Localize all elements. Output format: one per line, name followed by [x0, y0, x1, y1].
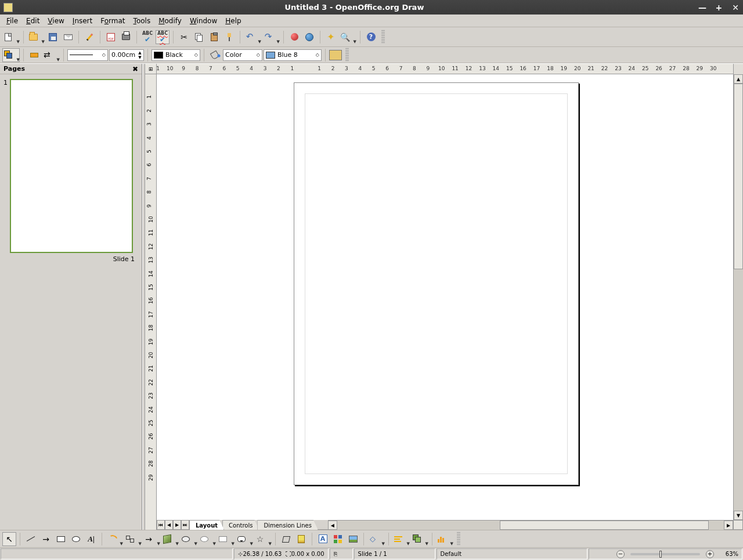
3d-objects-tool[interactable]: ▼ — [161, 532, 179, 546]
line-width-spinner[interactable]: 0.00cm — [109, 49, 144, 61]
copy-button[interactable] — [192, 30, 206, 44]
zoom-out-button[interactable]: − — [616, 550, 625, 558]
menu-window[interactable]: Window — [190, 17, 217, 25]
callouts-tool[interactable]: ☆▼ — [254, 532, 272, 546]
chart-button[interactable] — [287, 30, 301, 44]
select-tool[interactable]: ↖ — [2, 532, 16, 546]
basic-shapes-tool[interactable]: ▼ — [180, 532, 197, 546]
scroll-left-button[interactable]: ◀ — [328, 521, 337, 530]
gluepoints-tool[interactable] — [294, 532, 308, 546]
symbol-shapes-tool[interactable]: ▼ — [199, 532, 216, 546]
paste-button[interactable] — [207, 30, 221, 44]
rectangle-tool[interactable] — [54, 532, 68, 546]
pointy-icon — [30, 53, 38, 57]
line-tool[interactable] — [24, 532, 38, 546]
toolbar-grip-2[interactable] — [345, 48, 349, 62]
maximize-button[interactable]: + — [715, 3, 723, 12]
toolbar-grip[interactable] — [381, 30, 385, 44]
edit-file-button[interactable] — [82, 30, 96, 44]
zoom-in-button[interactable]: + — [706, 550, 714, 558]
ruler-corner[interactable]: ⊞ — [145, 64, 157, 74]
auto-spellcheck-button[interactable]: ABC✔ — [156, 30, 169, 44]
help-button[interactable]: ? — [364, 30, 378, 44]
scroll-up-button[interactable]: ▲ — [734, 74, 743, 84]
insert-picture-tool[interactable] — [346, 532, 360, 546]
menu-format[interactable]: Format — [100, 17, 125, 25]
open-button[interactable]: ▼ — [27, 30, 45, 44]
zoom-slider[interactable] — [630, 553, 700, 555]
zoom-value[interactable]: 63% — [716, 551, 738, 557]
cut-button[interactable]: ✂ — [177, 30, 191, 44]
vertical-scrollbar[interactable]: ▲ ▼ — [733, 74, 743, 520]
lines-arrows-tool[interactable]: →▼ — [143, 532, 160, 546]
ruler-vertical[interactable]: 1234567891011121314151617181920212223242… — [145, 74, 157, 520]
spellcheck-button[interactable]: ABC✔ — [140, 30, 154, 44]
tab-layout[interactable]: Layout — [189, 520, 224, 530]
prev-page-nav[interactable]: ◀ — [165, 520, 173, 530]
edit-points-tool[interactable] — [279, 532, 293, 546]
line-color-combo[interactable]: Black◇ — [152, 49, 200, 61]
ellipse-tool[interactable] — [69, 532, 83, 546]
close-button[interactable]: ✕ — [731, 3, 740, 12]
redo-button[interactable]: ↷▼ — [262, 30, 280, 44]
new-button[interactable]: ▼ — [2, 30, 20, 44]
first-page-nav[interactable]: ⏮ — [157, 520, 165, 530]
pages-panel: Pages ✖ 1 Slide 1 — [0, 64, 142, 530]
menu-edit[interactable]: Edit — [26, 17, 39, 25]
print-button[interactable] — [119, 30, 133, 44]
menu-modify[interactable]: Modify — [158, 17, 182, 25]
fill-color-combo[interactable]: Blue 8◇ — [264, 49, 322, 61]
undo-button[interactable]: ↶▼ — [244, 30, 261, 44]
export-pdf-button[interactable] — [104, 30, 118, 44]
save-button[interactable] — [46, 30, 60, 44]
effects-tool[interactable]: ▼ — [367, 532, 385, 546]
area-fill-button[interactable] — [208, 48, 222, 62]
from-file-tool[interactable] — [331, 532, 345, 546]
tab-dimension-lines[interactable]: Dimension Lines — [257, 520, 318, 530]
zoom-button[interactable]: 🔍▼ — [339, 30, 356, 44]
fontwork-tool[interactable]: A — [316, 532, 330, 546]
text-tool[interactable]: A| — [84, 532, 98, 546]
tab-controls[interactable]: Controls — [222, 520, 259, 530]
scroll-right-button[interactable]: ▶ — [724, 521, 733, 530]
email-button[interactable] — [61, 30, 75, 44]
position-tool[interactable]: ▼ — [411, 532, 428, 546]
block-arrows-tool[interactable]: ▼ — [217, 532, 235, 546]
connector-tool[interactable]: ▼ — [124, 532, 142, 546]
menu-help[interactable]: Help — [225, 17, 241, 25]
next-page-nav[interactable]: ▶ — [173, 520, 181, 530]
arrow-style-button[interactable]: ▼ — [42, 48, 60, 62]
flowcharts-tool[interactable]: ▼ — [236, 532, 253, 546]
insert-tool[interactable]: ▼ — [436, 532, 453, 546]
horizontal-scrollbar[interactable]: ◀ ▶ — [328, 520, 733, 530]
arrow-tool[interactable]: → — [39, 532, 53, 546]
scissors-icon: ✂ — [181, 33, 187, 41]
menu-file[interactable]: File — [6, 17, 18, 25]
ruler-horizontal[interactable]: 1110987654321123456789101112131415161718… — [157, 64, 733, 74]
navigator-button[interactable]: ✦ — [324, 30, 338, 44]
page-thumb-number: 1 — [3, 79, 8, 86]
fill-type-combo[interactable]: Color◇ — [223, 49, 262, 61]
line-style-tool[interactable] — [27, 48, 41, 62]
scroll-down-button[interactable]: ▼ — [734, 511, 743, 520]
format-paintbrush-button[interactable] — [222, 30, 236, 44]
last-page-nav[interactable]: ⏭ — [181, 520, 189, 530]
line-width-value: 0.00cm — [111, 51, 135, 59]
alignment-tool[interactable]: ▼ — [392, 532, 410, 546]
menu-insert[interactable]: Insert — [73, 17, 92, 25]
canvas[interactable] — [157, 74, 733, 520]
line-style-combo[interactable]: ◇ — [67, 49, 108, 61]
arrange-button[interactable]: ▼ — [2, 48, 20, 62]
menu-tools[interactable]: Tools — [134, 17, 151, 25]
hyperlink-button[interactable] — [302, 30, 316, 44]
status-master[interactable]: Default — [437, 548, 587, 559]
curve-tool[interactable]: ▼ — [106, 532, 123, 546]
page-thumb[interactable]: 1 Slide 1 — [3, 79, 138, 263]
toolbar-grip-3[interactable] — [457, 532, 460, 546]
status-insert-mode[interactable]: ⎘ — [330, 548, 353, 559]
minimize-button[interactable]: — — [698, 3, 706, 12]
main-area: Pages ✖ 1 Slide 1 ⊞ 11109876543211234567… — [0, 63, 743, 530]
menu-view[interactable]: View — [48, 17, 64, 25]
shadow-button[interactable] — [329, 50, 342, 60]
pages-panel-close[interactable]: ✖ — [132, 65, 138, 73]
